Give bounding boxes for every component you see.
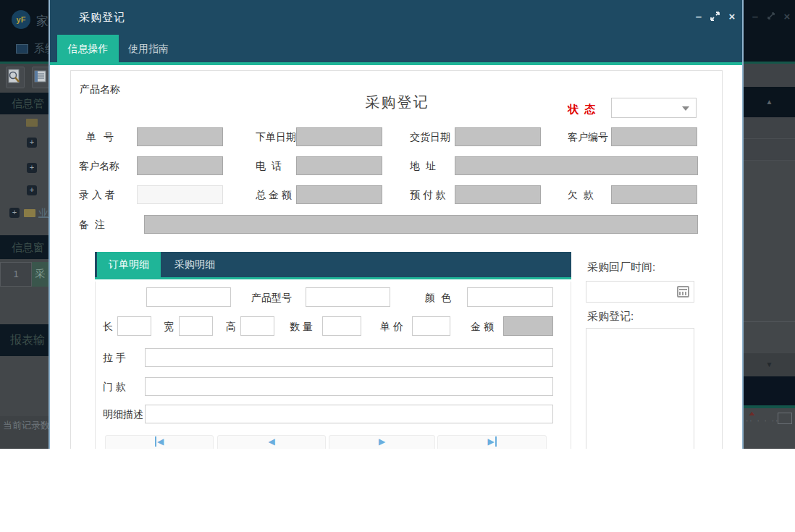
bg-red-caret-icon: ▲ [747,410,756,417]
customer-name-label: 客户名称 [79,160,119,173]
color-label: 颜 色 [425,292,453,305]
bg-close-button[interactable]: × [781,10,794,22]
pager-prev-button[interactable]: ◀ [217,435,326,449]
phone-label: 电 话 [256,160,283,173]
detail-name-input[interactable] [146,287,231,307]
debt-label: 欠 款 [568,189,595,202]
dialog-close-button[interactable]: × [725,9,739,24]
bg-right-panel [744,323,795,353]
prepay-field [455,185,541,204]
sidebar-section-label: 信息窗 [12,235,44,259]
height-input[interactable] [240,316,274,336]
tree-expand-icon[interactable]: + [27,163,37,173]
dialog-minimize-button[interactable]: – [691,9,706,24]
total-amount-field [296,185,382,204]
purchase-form-panel: 产品名称 采购登记 状 态 单 号 下单日期 交货日期 客户编号 客户名称 电 … [70,70,723,449]
address-field [455,156,698,175]
remark-label: 备 注 [79,219,106,232]
detail-desc-label: 明细描述 [103,408,143,421]
bg-statusbar-record-count: 当前记录数 [0,416,49,449]
tab-order-detail[interactable]: 订单明细 [97,252,161,277]
bg-row-index-cell: 1 [0,262,32,287]
amount-label: 金 额 [471,321,494,334]
bg-row-tab-cell[interactable]: 采 [32,262,49,287]
tab-purchase-detail[interactable]: 采购明细 [164,252,225,277]
folder-icon [26,119,38,127]
bg-panel-area [0,287,49,324]
operator-field [137,185,223,204]
bg-right-header-block [744,376,795,408]
model-label: 产品型号 [251,292,292,305]
bg-right-row [744,139,795,161]
system-menu-icon [16,44,28,54]
tab-info-operation[interactable]: 信息操作 [57,35,119,62]
order-no-label: 单 号 [86,131,116,144]
qty-input[interactable] [322,316,361,336]
price-label: 单 价 [380,321,403,334]
sidebar-section-label: 报表输 [10,324,45,356]
tree-expand-icon[interactable]: + [27,185,37,195]
bg-dropdown-down-icon[interactable]: ▼ [744,353,795,376]
status-label: 状 态 [568,103,597,117]
bg-right-row [744,117,795,139]
address-label: 地 址 [410,160,437,173]
bg-right-row [744,64,795,87]
sidebar-section-info-management[interactable]: 信息管 [0,93,49,114]
length-label: 长 [103,321,113,334]
length-input[interactable] [117,316,151,336]
app-screen: yF 家具 系统 – × 信息管 + + + + 业 信息窗 1 采 报表输 当… [0,0,795,449]
next-page-icon: ▶ [379,436,385,447]
price-input[interactable] [412,316,450,336]
tree-expand-icon[interactable]: + [27,138,37,148]
app-logo-icon: yF [12,10,30,29]
detail-panel: 订单明细 采购明细 产品型号 颜 色 长 宽 [95,252,571,449]
width-input[interactable] [179,316,213,336]
return-time-label: 采购回厂时间: [587,261,655,274]
purchase-register-label: 采购登记: [587,310,634,324]
search-doc-icon[interactable] [6,67,25,88]
first-page-icon: ◀ [155,436,164,447]
bg-restore-icon[interactable] [765,10,778,22]
sidebar-section-info-window[interactable]: 信息窗 [0,235,49,259]
dialog-title: 采购登记 [79,11,125,25]
detail-desc-input[interactable] [145,405,553,423]
total-amount-label: 总 金 额 [256,189,292,202]
sidebar-section-label: 信息管 [12,93,44,114]
sidebar-tree: + + + + 业 [0,114,49,235]
pager-first-button[interactable]: ◀ [105,435,214,449]
pager-next-button[interactable]: ▶ [329,435,435,449]
purchase-register-textarea[interactable] [586,328,694,449]
purchase-register-dialog: 采购登记 – × 信息操作 使用指南 产品名称 采购登记 状 态 单 号 下单日… [49,0,744,449]
bg-right-panel [744,426,795,449]
calendar-icon[interactable] [677,286,689,297]
handle-label: 拉 手 [103,352,126,365]
sidebar-section-report-output[interactable]: 报表输 [0,324,49,356]
amount-field [503,316,553,336]
phone-field [296,156,382,175]
chevron-down-icon [682,106,689,111]
width-label: 宽 [164,321,174,334]
model-input[interactable] [306,287,390,307]
order-date-label: 下单日期 [256,131,296,144]
bg-panel-area [0,356,49,416]
bg-pager-dots: ·· · · ·· [746,417,779,425]
handle-input[interactable] [145,348,553,367]
pager-last-button[interactable]: ▶ [437,435,547,449]
delivery-date-field [455,127,541,146]
tab-user-guide[interactable]: 使用指南 [119,35,178,62]
delivery-date-label: 交货日期 [410,131,450,144]
bg-minimize-button[interactable]: – [749,10,762,22]
color-input[interactable] [467,287,553,307]
bg-collapse-up-icon[interactable]: ▲ [744,87,795,117]
status-select[interactable] [611,98,697,118]
bg-right-panel [744,161,795,322]
dialog-maximize-icon[interactable] [707,11,722,25]
prev-page-icon: ◀ [268,436,274,447]
return-time-input[interactable] [586,281,694,303]
door-style-input[interactable] [145,377,553,396]
tree-item-business[interactable]: 业 [38,207,49,220]
bg-small-box [778,413,792,424]
dialog-tabbar: 信息操作 使用指南 [50,35,742,65]
tree-expand-icon[interactable]: + [9,208,20,218]
customer-no-field [611,127,697,146]
